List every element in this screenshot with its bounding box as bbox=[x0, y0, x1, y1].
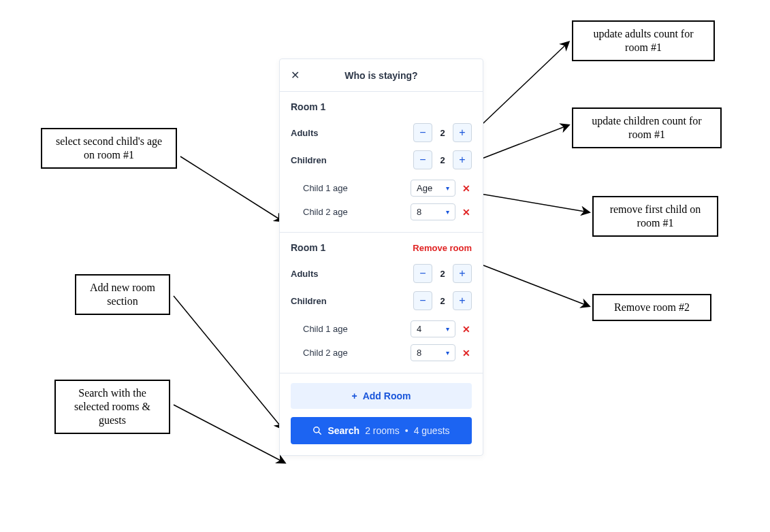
annotation-remove-first-child: remove first child on room #1 bbox=[592, 196, 718, 237]
chevron-down-icon: ▾ bbox=[446, 184, 449, 192]
remove-child-button[interactable]: ✕ bbox=[461, 207, 472, 218]
svg-line-3 bbox=[483, 265, 589, 306]
remove-child-button[interactable]: ✕ bbox=[461, 183, 472, 194]
svg-line-6 bbox=[174, 405, 285, 463]
adults-decrement-button[interactable]: − bbox=[413, 264, 432, 283]
children-decrement-button[interactable]: − bbox=[413, 291, 432, 310]
guest-picker-panel: ✕ Who is staying? Room 1 Adults − 2 + Ch… bbox=[279, 59, 483, 456]
adults-label: Adults bbox=[291, 269, 318, 279]
room-2-child-1-row: Child 1 age 4 ▾ ✕ bbox=[303, 317, 472, 341]
annotation-search: Search with the selected rooms & guests bbox=[54, 380, 170, 434]
room-2-title: Room 1 bbox=[291, 242, 325, 253]
child-age-select[interactable]: 8 ▾ bbox=[411, 203, 455, 220]
svg-line-8 bbox=[319, 432, 321, 435]
room-2-children-stepper: − 2 + bbox=[413, 291, 472, 310]
room-1-title: Room 1 bbox=[291, 101, 325, 112]
svg-line-5 bbox=[174, 296, 283, 429]
add-room-button[interactable]: + Add Room bbox=[291, 383, 472, 409]
child-age-value: 8 bbox=[417, 207, 421, 217]
child-age-select[interactable]: Age ▾ bbox=[411, 180, 455, 197]
remove-room-button[interactable]: Remove room bbox=[413, 243, 472, 253]
child-age-label: Child 1 age bbox=[303, 183, 348, 193]
child-age-label: Child 1 age bbox=[303, 324, 348, 334]
child-age-value: 8 bbox=[417, 348, 421, 358]
room-2-children-row: Children − 2 + bbox=[291, 287, 472, 314]
add-room-label: Add Room bbox=[363, 390, 411, 401]
adults-increment-button[interactable]: + bbox=[453, 123, 472, 142]
children-increment-button[interactable]: + bbox=[453, 150, 472, 169]
svg-line-1 bbox=[470, 125, 568, 163]
room-1-children-stepper: − 2 + bbox=[413, 150, 472, 169]
children-increment-button[interactable]: + bbox=[453, 291, 472, 310]
chevron-down-icon: ▾ bbox=[446, 208, 449, 216]
adults-increment-button[interactable]: + bbox=[453, 264, 472, 283]
room-1-child-2-row: Child 2 age 8 ▾ ✕ bbox=[303, 200, 472, 224]
children-label: Children bbox=[291, 296, 327, 306]
room-1-child-1-row: Child 1 age Age ▾ ✕ bbox=[303, 176, 472, 200]
child-age-label: Child 2 age bbox=[303, 207, 348, 217]
room-2-child-2-row: Child 2 age 8 ▾ ✕ bbox=[303, 341, 472, 365]
room-1-adults-stepper: − 2 + bbox=[413, 123, 472, 142]
room-1-children-row: Children − 2 + bbox=[291, 146, 472, 173]
room-block-2: Room 1 Remove room Adults − 2 + Children… bbox=[280, 233, 483, 373]
room-2-children-list: Child 1 age 4 ▾ ✕ Child 2 age 8 ▾ ✕ bbox=[291, 314, 472, 366]
annotation-update-adults: update adults count for room #1 bbox=[572, 20, 715, 61]
annotation-remove-room-2: Remove room #2 bbox=[592, 294, 711, 321]
room-block-1: Room 1 Adults − 2 + Children − 2 + Child… bbox=[280, 92, 483, 233]
child-age-label: Child 2 age bbox=[303, 348, 348, 358]
child-age-value: 4 bbox=[417, 324, 421, 334]
adults-label: Adults bbox=[291, 128, 318, 138]
room-2-adults-row: Adults − 2 + bbox=[291, 260, 472, 287]
adults-value: 2 bbox=[432, 269, 453, 279]
child-age-select[interactable]: 4 ▾ bbox=[411, 320, 455, 337]
panel-title: Who is staying? bbox=[291, 70, 472, 81]
children-label: Children bbox=[291, 155, 327, 165]
room-1-children-list: Child 1 age Age ▾ ✕ Child 2 age 8 ▾ ✕ bbox=[291, 173, 472, 225]
remove-child-button[interactable]: ✕ bbox=[461, 348, 472, 359]
search-guests-text: 4 guests bbox=[414, 425, 450, 436]
adults-value: 2 bbox=[432, 128, 453, 138]
chevron-down-icon: ▾ bbox=[446, 349, 449, 356]
chevron-down-icon: ▾ bbox=[446, 325, 449, 333]
remove-child-button[interactable]: ✕ bbox=[461, 324, 472, 335]
child-age-value: Age bbox=[417, 183, 432, 193]
search-separator: • bbox=[405, 425, 408, 436]
room-2-adults-stepper: − 2 + bbox=[413, 264, 472, 283]
room-1-adults-row: Adults − 2 + bbox=[291, 119, 472, 146]
children-value: 2 bbox=[432, 296, 453, 306]
search-icon bbox=[312, 426, 322, 435]
children-value: 2 bbox=[432, 155, 453, 165]
annotation-update-children: update children count for room #1 bbox=[572, 107, 722, 148]
children-decrement-button[interactable]: − bbox=[413, 150, 432, 169]
adults-decrement-button[interactable]: − bbox=[413, 123, 432, 142]
plus-icon: + bbox=[352, 390, 357, 401]
search-prefix: Search bbox=[327, 425, 359, 436]
child-age-select[interactable]: 8 ▾ bbox=[411, 344, 455, 361]
svg-line-4 bbox=[180, 156, 283, 221]
panel-footer: + Add Room Search 2 rooms • 4 guests bbox=[280, 373, 483, 455]
panel-header: ✕ Who is staying? bbox=[280, 59, 483, 92]
svg-line-0 bbox=[470, 42, 568, 136]
svg-line-2 bbox=[477, 193, 589, 212]
search-rooms-text: 2 rooms bbox=[365, 425, 400, 436]
search-button[interactable]: Search 2 rooms • 4 guests bbox=[291, 417, 472, 444]
annotation-add-room: Add new room section bbox=[75, 274, 170, 315]
annotation-select-child2-age: select second child's age on room #1 bbox=[41, 128, 177, 169]
